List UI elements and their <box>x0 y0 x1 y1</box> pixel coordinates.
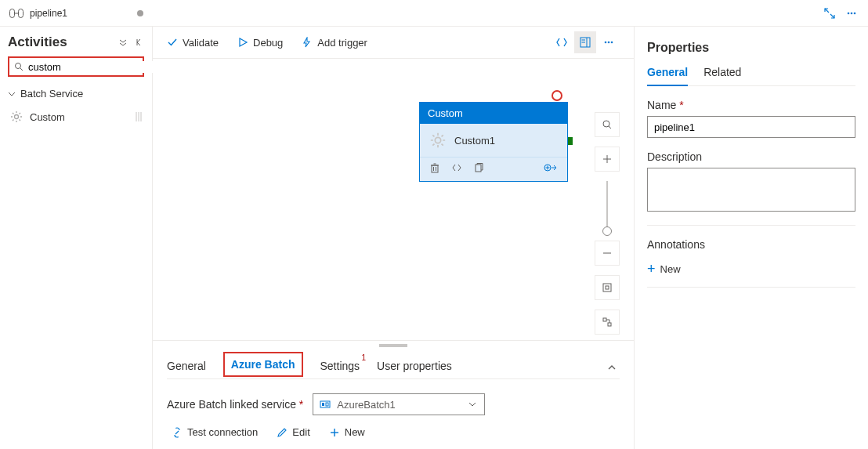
check-icon <box>167 37 178 48</box>
zoom-slider-thumb[interactable] <box>602 226 612 236</box>
properties-panel: Properties General Related Name * Descri… <box>635 27 868 449</box>
svg-point-8 <box>15 115 19 119</box>
svg-rect-34 <box>603 284 611 291</box>
svg-point-29 <box>603 121 609 127</box>
chevron-down-icon <box>8 90 16 98</box>
svg-rect-20 <box>432 165 438 172</box>
activity-search-input[interactable] <box>28 61 160 73</box>
gear-icon <box>429 132 447 149</box>
tab-settings[interactable]: Settings 1 <box>320 352 360 378</box>
zoom-out-button[interactable] <box>595 241 620 266</box>
edit-button[interactable]: Edit <box>277 426 309 438</box>
activity-group-batch-service[interactable]: Batch Service <box>8 85 144 103</box>
svg-point-4 <box>851 12 853 14</box>
debug-button[interactable]: Debug <box>237 37 283 49</box>
add-output-icon[interactable] <box>544 162 558 173</box>
drag-handle-icon <box>135 111 143 122</box>
svg-rect-35 <box>606 286 609 289</box>
new-annotation-button[interactable]: + New <box>647 262 681 276</box>
fit-screen-button[interactable] <box>595 275 620 300</box>
panel-resize-handle[interactable] <box>379 344 407 347</box>
collapse-left-icon[interactable] <box>133 37 144 48</box>
props-tab-general[interactable]: General <box>647 66 688 86</box>
annotations-label: Annotations <box>647 238 855 251</box>
group-label: Batch Service <box>20 88 83 100</box>
tab-name: pipeline1 <box>30 8 67 19</box>
activity-item-custom[interactable]: Custom <box>8 106 144 128</box>
activities-sidebar: Activities Batch Service Custom <box>0 27 153 449</box>
description-label: Description <box>647 150 855 163</box>
trigger-icon <box>302 37 313 48</box>
svg-point-3 <box>848 12 850 14</box>
node-name: Custom1 <box>454 135 495 147</box>
add-trigger-button[interactable]: Add trigger <box>302 37 367 49</box>
svg-rect-40 <box>326 403 328 406</box>
svg-line-30 <box>609 126 611 129</box>
play-icon <box>237 37 248 48</box>
svg-point-19 <box>435 137 440 143</box>
svg-point-16 <box>605 42 607 44</box>
linked-service-select[interactable]: AzureBatch1 <box>313 393 485 415</box>
linked-service-label: Azure Batch linked service * <box>167 398 303 411</box>
gear-icon <box>9 110 24 124</box>
tab-general[interactable]: General <box>167 352 206 378</box>
copy-icon[interactable] <box>473 162 484 173</box>
activity-search[interactable] <box>8 56 144 77</box>
svg-line-7 <box>20 68 23 71</box>
tab-strip: pipeline1 <box>0 0 868 27</box>
expand-icon[interactable] <box>821 5 838 22</box>
collapse-down-icon[interactable] <box>118 37 128 48</box>
linked-service-value: AzureBatch1 <box>337 399 395 411</box>
svg-point-5 <box>854 12 856 14</box>
svg-rect-36 <box>603 318 606 321</box>
collapse-panel-button[interactable] <box>604 357 620 378</box>
delete-icon[interactable] <box>429 162 440 173</box>
code-icon[interactable] <box>451 162 462 173</box>
auto-align-button[interactable] <box>595 310 620 335</box>
svg-rect-39 <box>322 403 324 406</box>
code-view-button[interactable] <box>551 31 573 53</box>
name-label: Name * <box>647 99 855 111</box>
connection-icon <box>172 427 183 438</box>
activity-settings-panel: General Azure Batch Settings 1 User prop… <box>153 340 634 449</box>
plus-icon <box>329 427 340 438</box>
sidebar-title: Activities <box>8 34 67 50</box>
svg-rect-25 <box>476 165 481 172</box>
props-tab-related[interactable]: Related <box>703 66 741 85</box>
svg-point-18 <box>611 42 613 44</box>
activity-node-custom[interactable]: Custom Custom1 <box>419 102 568 182</box>
pipeline-icon <box>9 9 24 18</box>
node-header: Custom <box>420 103 567 124</box>
unsaved-indicator-icon <box>137 10 143 16</box>
properties-panel-button[interactable] <box>574 31 596 53</box>
description-input[interactable] <box>647 168 855 212</box>
pipeline-toolbar: Validate Debug Add trigger <box>153 27 634 58</box>
svg-rect-37 <box>608 323 611 326</box>
canvas-search-button[interactable] <box>595 112 620 137</box>
tab-azure-batch[interactable]: Azure Batch <box>223 352 303 377</box>
pipeline-tab[interactable]: pipeline1 <box>0 8 153 19</box>
batch-icon <box>320 399 331 410</box>
name-input[interactable] <box>647 116 855 138</box>
properties-title: Properties <box>647 41 855 55</box>
pencil-icon <box>277 427 288 438</box>
zoom-slider[interactable] <box>606 181 608 231</box>
search-icon <box>14 62 24 71</box>
test-connection-button[interactable]: Test connection <box>172 426 258 438</box>
svg-point-17 <box>608 42 610 44</box>
zoom-in-button[interactable] <box>595 147 620 172</box>
svg-rect-0 <box>10 9 15 17</box>
validate-button[interactable]: Validate <box>167 37 219 49</box>
tab-user-properties[interactable]: User properties <box>377 352 452 378</box>
pipeline-canvas[interactable]: Custom Custom1 <box>153 58 634 340</box>
new-button[interactable]: New <box>329 426 365 438</box>
validation-error-indicator-icon <box>552 90 562 101</box>
more-icon[interactable] <box>843 5 860 22</box>
activity-item-label: Custom <box>30 111 65 123</box>
svg-point-6 <box>16 63 21 69</box>
plus-icon: + <box>647 262 656 276</box>
more-button[interactable] <box>598 31 620 53</box>
chevron-down-icon <box>467 399 478 410</box>
error-count-badge: 1 <box>362 353 367 362</box>
svg-rect-1 <box>19 9 24 17</box>
